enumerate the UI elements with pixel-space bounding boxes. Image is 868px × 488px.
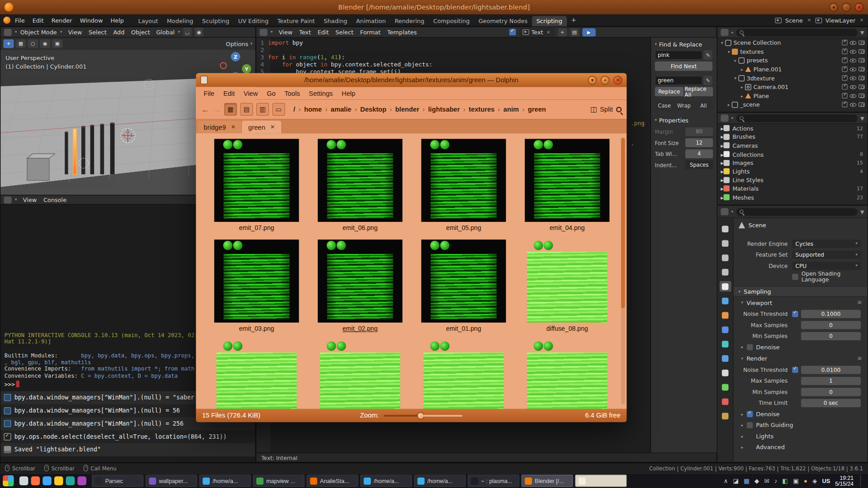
selectable-checkbox-icon[interactable] xyxy=(842,40,847,45)
render-visibility-icon[interactable] xyxy=(859,84,864,89)
expand-icon[interactable]: ▾ xyxy=(726,49,731,54)
task-button[interactable] xyxy=(575,475,627,487)
outliner-row[interactable]: ▾ textures xyxy=(717,47,868,56)
properties-tab[interactable] xyxy=(719,224,731,234)
render-visibility-icon[interactable] xyxy=(859,94,864,98)
collapsed-subsection[interactable]: ▸ Denoise xyxy=(733,342,867,352)
window-control-button[interactable]: ▾ xyxy=(829,3,838,12)
selectable-checkbox-icon[interactable] xyxy=(842,84,847,89)
setting-value[interactable]: 0 sec xyxy=(801,399,861,407)
datablock-category-row[interactable]: ▸ Brushes 77 xyxy=(717,132,868,141)
gizmo-x-axis[interactable] xyxy=(220,62,227,69)
datablock-category-row[interactable]: ▸ Line Styles xyxy=(717,176,868,184)
tray-icon[interactable]: ▦ xyxy=(744,478,750,483)
menu-item[interactable]: Templates xyxy=(384,28,420,37)
tray-icon[interactable]: ▣ xyxy=(793,478,799,483)
viewlayer-unlink-icon[interactable]: ✕ xyxy=(859,18,865,23)
properties-tab[interactable] xyxy=(719,310,731,320)
expand-icon[interactable]: ▸ xyxy=(732,58,738,63)
console-prompt[interactable]: >>> xyxy=(5,380,19,387)
task-button[interactable]: AnalieSta... xyxy=(307,475,358,487)
render-visibility-icon[interactable] xyxy=(859,40,864,45)
workspace-tab[interactable]: Compositing xyxy=(429,16,474,26)
breadcrumb-item[interactable]: green xyxy=(526,105,547,113)
blender-menu-icon[interactable] xyxy=(3,17,10,24)
render-visibility-icon[interactable] xyxy=(859,58,864,63)
run-script-button[interactable]: ▶ xyxy=(582,28,595,36)
replace-set-selection-icon[interactable]: ✎ xyxy=(703,76,712,85)
hide-eye-icon[interactable] xyxy=(850,41,857,45)
tray-icon[interactable]: ◆ xyxy=(755,478,759,483)
new-text-icon[interactable]: + xyxy=(558,28,567,36)
proportional-edit-icon[interactable]: ◉ xyxy=(195,28,203,37)
menu-item[interactable]: View xyxy=(239,89,262,97)
editor-type-icon[interactable] xyxy=(721,29,728,36)
breadcrumb-item[interactable]: lightsaber xyxy=(426,105,467,113)
setting-value[interactable]: 0 xyxy=(801,388,861,396)
hide-eye-icon[interactable] xyxy=(850,58,857,62)
replace-all-button[interactable]: Replace All xyxy=(684,87,713,96)
expand-icon[interactable]: ▸ xyxy=(739,84,745,89)
selectable-checkbox-icon[interactable] xyxy=(842,57,847,63)
window-control-button[interactable]: ✕ xyxy=(613,75,623,84)
add-workspace-button[interactable]: + xyxy=(567,17,580,24)
close-tab-icon[interactable]: ✕ xyxy=(270,124,275,130)
scrollbar-thumb[interactable] xyxy=(621,138,625,309)
menu-item[interactable]: Render xyxy=(47,16,76,25)
tray-icon[interactable]: ♪ xyxy=(774,478,778,483)
options-dropdown[interactable]: Options▾ xyxy=(226,40,253,47)
datablock-category-row[interactable]: ▸ Lights 4 xyxy=(717,167,868,176)
mode-dropdown[interactable]: Object Mode xyxy=(20,29,57,36)
find-next-button[interactable]: Find Next xyxy=(655,61,712,71)
properties-tab[interactable] xyxy=(719,396,731,407)
breadcrumb-item[interactable]: home xyxy=(302,105,329,113)
expand-icon[interactable]: ▸ xyxy=(726,102,731,107)
pinned-app-icon[interactable] xyxy=(19,476,28,485)
tool-button[interactable]: ◉ xyxy=(40,39,50,48)
pinned-app-icon[interactable] xyxy=(54,476,63,485)
scene-unlink-icon[interactable]: ✕ xyxy=(806,18,812,23)
menu-item[interactable]: Go xyxy=(262,89,280,97)
render-visibility-icon[interactable] xyxy=(859,76,864,80)
outliner-search[interactable] xyxy=(736,28,858,36)
tray-icon[interactable]: ✉ xyxy=(764,478,769,483)
setting-checkbox[interactable] xyxy=(792,366,798,372)
transform-orientation-dropdown[interactable]: Global xyxy=(156,29,175,36)
hide-eye-icon[interactable] xyxy=(850,103,857,107)
workspace-tab[interactable]: Shading xyxy=(319,16,352,26)
file-item[interactable]: emit_06.png xyxy=(308,139,412,232)
subsection-checkbox[interactable] xyxy=(747,422,753,428)
properties-tab[interactable] xyxy=(719,324,731,335)
menu-item[interactable]: Edit xyxy=(28,16,47,25)
menu-item[interactable]: View xyxy=(20,195,40,204)
workspace-tab[interactable]: Layout xyxy=(134,16,162,26)
property-value[interactable]: 4 xyxy=(685,150,713,159)
log-row[interactable]: bpy.ops.node.select(deselect_all=True, l… xyxy=(0,430,255,443)
tool-button[interactable]: ▣ xyxy=(52,39,62,48)
setting-value[interactable]: 0.1000 xyxy=(801,310,861,318)
file-item[interactable] xyxy=(412,340,515,409)
file-item[interactable]: emit_01.png xyxy=(412,239,515,333)
property-value[interactable]: Spaces xyxy=(685,160,713,169)
snap-magnet-icon[interactable]: ◡ xyxy=(183,28,191,37)
find-input[interactable] xyxy=(655,50,703,60)
subsection-checkbox[interactable] xyxy=(747,411,753,417)
menu-item[interactable]: Add xyxy=(110,28,127,37)
expand-icon[interactable]: ▾ xyxy=(719,40,725,45)
file-item[interactable] xyxy=(515,340,619,409)
file-item[interactable]: emit_07.png xyxy=(205,139,308,232)
setting-value[interactable]: 0 xyxy=(801,321,861,329)
task-button[interactable]: wallpaper... xyxy=(146,475,197,487)
panel-collapse-icon[interactable]: ▾ xyxy=(655,42,657,47)
tray-icon[interactable]: ◈ xyxy=(812,478,817,483)
code-area[interactable]: 1import bpy 2 3for i in range(1, 41): 4 … xyxy=(256,39,651,75)
collapsed-subsection[interactable]: ▸ Path Guiding xyxy=(733,419,867,430)
workspace-tab[interactable]: UV Editing xyxy=(234,16,273,26)
log-row[interactable]: Saved "lightsaber.blend" xyxy=(0,443,255,456)
setting-value[interactable]: 0 xyxy=(801,332,861,340)
window-control-button[interactable]: ▾ xyxy=(588,75,597,84)
replace-button[interactable]: Replace xyxy=(655,87,684,96)
terminal-panel-button[interactable]: ▭ xyxy=(272,103,285,116)
editor-type-icon[interactable] xyxy=(721,208,728,215)
menu-item[interactable]: Window xyxy=(76,16,107,25)
